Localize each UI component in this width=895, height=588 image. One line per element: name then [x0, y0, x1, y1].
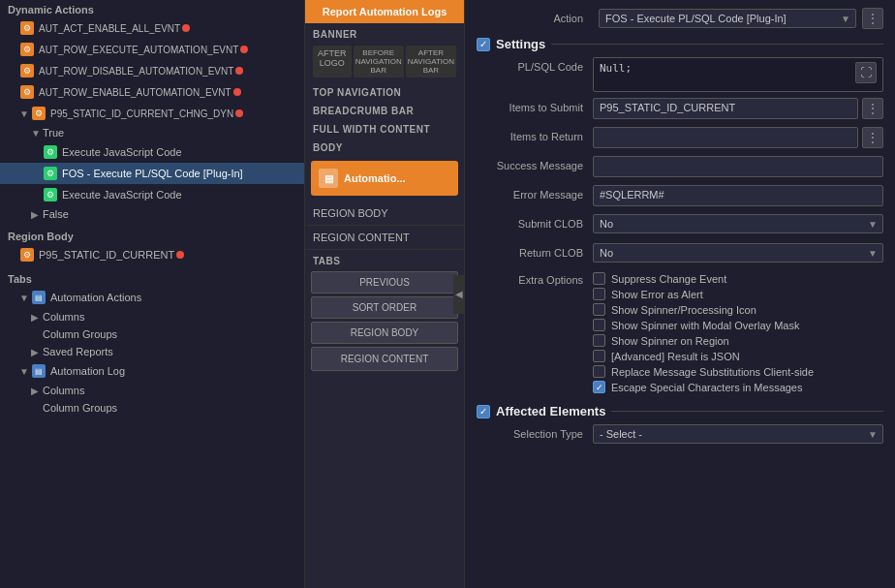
action-menu-btn[interactable]: ⋮	[862, 8, 883, 29]
items-submit-row: Items to Submit P95_STATIC_ID_CURRENT ⋮	[477, 98, 883, 121]
items-return-btn[interactable]: ⋮	[862, 127, 883, 148]
suppress-change-checkbox[interactable]	[593, 272, 605, 285]
action-row: Action FOS - Execute PL/SQL Code [Plug-I…	[477, 8, 883, 29]
items-return-field[interactable]	[593, 127, 858, 148]
extra-options-label: Extra Options	[477, 272, 593, 286]
plsql-label: PL/SQL Code	[477, 57, 593, 73]
tree-item-column-groups-2[interactable]: Column Groups	[0, 399, 304, 417]
tree-item-column-groups[interactable]: Column Groups	[0, 325, 304, 343]
show-spinner-modal-checkbox[interactable]	[593, 319, 605, 331]
left-panel: Dynamic Actions ⚙ AUT_ACT_ENABLE_ALL_EVN…	[0, 0, 305, 588]
after-nav-tab[interactable]: AFTER NAVIGATION BAR	[406, 46, 456, 77]
tree-item-aut-enable[interactable]: ⚙ AUT_ACT_ENABLE_ALL_EVNT	[0, 17, 304, 39]
action-select[interactable]: FOS - Execute PL/SQL Code [Plug-In]	[599, 9, 856, 28]
selection-type-select[interactable]: - Select -	[593, 424, 883, 444]
automation-box[interactable]: ▤ Automatio...	[311, 161, 458, 196]
error-msg-label: Error Message	[477, 185, 593, 201]
items-submit-btn[interactable]: ⋮	[862, 98, 883, 119]
chevron-right-icon: ▶	[31, 312, 41, 323]
escape-special-checkbox[interactable]: ✓	[593, 381, 605, 393]
submit-clob-row: Submit CLOB No ▼	[477, 214, 883, 237]
chevron-right-icon: ▶	[31, 347, 41, 357]
show-spinner-processing-checkbox[interactable]	[593, 303, 605, 316]
escape-special-label: Escape Special Characters in Messages	[611, 382, 802, 393]
plsql-row: PL/SQL Code Null; ⛶	[477, 57, 883, 92]
action-label: Action	[477, 13, 593, 24]
before-nav-tab[interactable]: BEFORE NAVIGATION BAR	[354, 46, 404, 77]
show-error-alert-label: Show Error as Alert	[611, 289, 703, 300]
tree-item-exec-js-2[interactable]: ⚙ Execute JavaScript Code	[0, 184, 304, 205]
submit-clob-select[interactable]: No	[593, 214, 883, 233]
error-msg-row: Error Message #SQLERRM#	[477, 185, 883, 208]
error-msg-value: #SQLERRM#	[593, 185, 883, 206]
action-select-wrapper: FOS - Execute PL/SQL Code [Plug-In] ▼	[599, 9, 856, 28]
plsql-expand-btn[interactable]: ⛶	[855, 62, 877, 83]
tree-item-aut-row-disable[interactable]: ⚙ AUT_ROW_DISABLE_AUTOMATION_EVNT	[0, 60, 304, 81]
affected-elements-checkbox[interactable]: ✓	[477, 405, 490, 418]
show-spinner-region-checkbox[interactable]	[593, 334, 605, 347]
region-content-button[interactable]: REGION CONTENT	[311, 347, 458, 371]
advanced-json-label: [Advanced] Result is JSON	[611, 351, 740, 362]
selection-type-select-wrapper: - Select - ▼	[593, 424, 883, 444]
tree-item-true[interactable]: ▼ True	[0, 124, 304, 141]
settings-checkbox[interactable]: ✓	[477, 38, 490, 51]
tree-item-exec-js-1[interactable]: ⚙ Execute JavaScript Code	[0, 141, 304, 163]
success-msg-value	[593, 156, 883, 177]
advanced-json-checkbox[interactable]	[593, 350, 605, 362]
tree-item-automation-log[interactable]: ▼ ▤ Automation Log	[0, 360, 304, 382]
tree-item-aut-row-enable[interactable]: ⚙ AUT_ROW_ENABLE_AUTOMATION_EVNT	[0, 81, 304, 103]
banner-tabs: AFTER LOGO BEFORE NAVIGATION BAR AFTER N…	[305, 42, 464, 81]
submit-clob-label: Submit CLOB	[477, 214, 593, 230]
success-msg-field[interactable]	[593, 156, 883, 177]
banner-section-label: BANNER	[305, 23, 464, 42]
settings-section-header: ✓ Settings	[477, 37, 883, 51]
items-return-value: ⋮	[593, 127, 883, 148]
checkbox-advanced-json: [Advanced] Result is JSON	[593, 350, 883, 362]
red-dot-indicator	[235, 67, 243, 75]
replace-message-checkbox[interactable]	[593, 365, 605, 378]
tree-item-p95-static[interactable]: ▼ ⚙ P95_STATIC_ID_CURRENT_CHNG_DYN	[0, 103, 304, 124]
full-width-section-label: FULL WIDTH CONTENT	[305, 118, 464, 137]
section-dynamic-actions: Dynamic Actions	[0, 0, 304, 17]
chevron-down-icon: ▼	[19, 366, 29, 377]
green-gear-icon: ⚙	[43, 166, 58, 181]
breadcrumb-section-label: BREADCRUMB BAR	[305, 100, 464, 118]
previous-button[interactable]: PREVIOUS	[311, 271, 458, 294]
items-submit-field[interactable]: P95_STATIC_ID_CURRENT	[593, 98, 858, 119]
region-body-nav[interactable]: REGION BODY	[305, 201, 464, 226]
selection-type-label: Selection Type	[477, 424, 593, 440]
return-clob-select-wrapper: No ▼	[593, 243, 883, 263]
tree-item-automation-actions[interactable]: ▼ ▤ Automation Actions	[0, 287, 304, 308]
tree-item-aut-row-execute[interactable]: ⚙ AUT_ROW_EXECUTE_AUTOMATION_EVNT	[0, 39, 304, 60]
show-error-alert-checkbox[interactable]	[593, 288, 605, 300]
region-content-nav[interactable]: REGION CONTENT	[305, 226, 464, 250]
tree-item-columns-2[interactable]: ▶ Columns	[0, 382, 304, 399]
checkbox-show-spinner-processing: Show Spinner/Processing Icon	[593, 303, 883, 316]
checkbox-show-spinner-region: Show Spinner on Region	[593, 334, 883, 347]
tree-item-saved-reports[interactable]: ▶ Saved Reports	[0, 343, 304, 360]
region-body-button[interactable]: REGION BODY	[311, 322, 458, 344]
tree-item-columns[interactable]: ▶ Columns	[0, 308, 304, 325]
orange-gear-icon: ⚙	[19, 84, 35, 100]
tree-item-fos-execute[interactable]: ⚙ FOS - Execute PL/SQL Code [Plug-In]	[0, 163, 304, 184]
checkbox-suppress-change: Suppress Change Event	[593, 272, 883, 285]
right-panel: Action FOS - Execute PL/SQL Code [Plug-I…	[465, 0, 895, 588]
return-clob-select[interactable]: No	[593, 243, 883, 263]
report-automation-logs-button[interactable]: Report Automation Logs	[305, 0, 464, 23]
show-spinner-processing-label: Show Spinner/Processing Icon	[611, 304, 756, 316]
selection-type-row: Selection Type - Select - ▼	[477, 424, 883, 448]
checkbox-show-error-alert: Show Error as Alert	[593, 288, 883, 300]
checkbox-escape-special: ✓ Escape Special Characters in Messages	[593, 381, 883, 393]
tree-item-p95-static-rb[interactable]: ⚙ P95_STATIC_ID_CURRENT	[0, 244, 304, 265]
collapse-arrow[interactable]: ◀	[453, 275, 465, 314]
plsql-editor[interactable]: Null; ⛶	[593, 57, 883, 92]
sort-order-button[interactable]: SORT ORDER	[311, 296, 458, 319]
success-msg-row: Success Message	[477, 156, 883, 179]
tree-item-false[interactable]: ▶ False	[0, 205, 304, 223]
top-nav-section-label: TOP NAVIGATION	[305, 81, 464, 100]
items-submit-value: P95_STATIC_ID_CURRENT ⋮	[593, 98, 883, 119]
after-logo-tab[interactable]: AFTER LOGO	[313, 46, 352, 77]
items-submit-label: Items to Submit	[477, 98, 593, 113]
chevron-down-icon: ▼	[19, 293, 29, 303]
error-msg-field[interactable]: #SQLERRM#	[593, 185, 883, 206]
